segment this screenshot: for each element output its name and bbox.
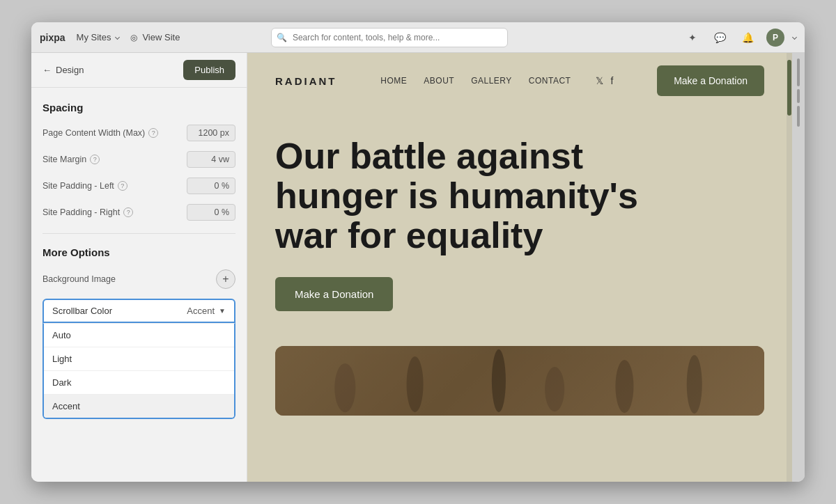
site-padding-left-label: Site Padding - Left ? [42, 181, 127, 191]
svg-point-1 [334, 363, 355, 411]
page-content-width-row: Page Content Width (Max) ? 1200 px [42, 125, 235, 141]
site-nav-social: 𝕏 f [596, 75, 613, 86]
site-padding-right-value[interactable]: 0 % [187, 204, 235, 221]
search-input[interactable] [271, 28, 508, 47]
my-sites-menu[interactable]: My Sites [77, 32, 120, 42]
svg-point-4 [545, 367, 564, 411]
background-image-label: Background Image [42, 274, 116, 284]
site-margin-label: Site Margin ? [42, 155, 100, 164]
facebook-icon[interactable]: f [610, 75, 613, 86]
hero-title: Our battle against hunger is humanity's … [275, 136, 693, 256]
scrollbar-color-current-value: Accent [187, 306, 215, 316]
my-sites-chevron-icon [115, 35, 120, 40]
bell-icon[interactable]: 🔔 [738, 28, 758, 47]
view-site-link[interactable]: ◎ View Site [130, 32, 180, 42]
top-bar-left: pixpa My Sites ◎ View Site [40, 32, 180, 43]
nav-contact[interactable]: CONTACT [529, 76, 571, 86]
svg-point-2 [407, 356, 424, 411]
site-padding-right-row: Site Padding - Right ? 0 % [42, 204, 235, 221]
site-nav-group: HOME ABOUT GALLERY CONTACT 𝕏 f [380, 75, 613, 86]
eye-icon: ◎ [130, 33, 137, 42]
publish-button[interactable]: Publish [183, 60, 235, 80]
scrollbar-color-dropdown-list: Auto Light Dark Accent [42, 323, 235, 419]
scrollbar-track [787, 53, 792, 482]
avatar-chevron-icon [792, 35, 797, 40]
page-content-width-value[interactable]: 1200 px [187, 125, 235, 141]
site-margin-value[interactable]: 4 vw [187, 151, 235, 168]
scrollbar-thumb[interactable] [787, 60, 791, 116]
panel-content: Spacing Page Content Width (Max) ? 1200 … [31, 88, 247, 482]
more-options-title: More Options [42, 246, 235, 258]
nav-about[interactable]: ABOUT [424, 76, 454, 86]
svg-point-3 [492, 349, 506, 411]
back-arrow-icon: ← [42, 65, 52, 75]
site-header: RADIANT HOME ABOUT GALLERY CONTACT 𝕏 f M… [247, 53, 792, 109]
image-strip-svg [275, 346, 764, 416]
brand-logo: pixpa [40, 32, 65, 43]
site-margin-row: Site Margin ? 4 vw [42, 151, 235, 168]
page-content-width-label: Page Content Width (Max) ? [42, 128, 158, 138]
site-padding-right-help-icon[interactable]: ? [123, 207, 133, 217]
site-margin-help-icon[interactable]: ? [90, 155, 100, 164]
section-divider [42, 233, 235, 234]
my-sites-label: My Sites [77, 32, 111, 42]
site-preview: RADIANT HOME ABOUT GALLERY CONTACT 𝕏 f M… [247, 53, 792, 482]
right-bar-segment-3 [797, 106, 800, 127]
site-padding-left-row: Site Padding - Left ? 0 % [42, 178, 235, 194]
view-site-label: View Site [142, 32, 180, 42]
site-padding-left-value[interactable]: 0 % [187, 178, 235, 194]
dropdown-trigger-right: Accent ▼ [187, 306, 226, 316]
back-label: Design [56, 65, 84, 75]
background-image-row: Background Image + [42, 269, 235, 289]
panel-header: ← Design Publish [31, 53, 247, 88]
top-bar: pixpa My Sites ◎ View Site 🔍 ✦ 💬 🔔 P [31, 22, 805, 53]
spacing-section-title: Spacing [42, 102, 235, 113]
page-content-width-help-icon[interactable]: ? [148, 128, 158, 138]
add-background-image-button[interactable]: + [216, 269, 235, 289]
avatar[interactable]: P [766, 29, 784, 47]
top-bar-right: ✦ 💬 🔔 P [683, 28, 796, 47]
site-padding-right-label: Site Padding - Right ? [42, 207, 133, 217]
svg-point-6 [687, 354, 702, 413]
svg-point-5 [615, 359, 633, 412]
brightness-icon[interactable]: ✦ [683, 28, 702, 47]
search-icon: 🔍 [277, 33, 287, 42]
scrollbar-dropdown-chevron-icon: ▼ [219, 307, 226, 315]
chat-icon[interactable]: 💬 [711, 28, 730, 47]
site-brand: RADIANT [275, 75, 337, 87]
scrollbar-color-dropdown[interactable]: Scrollbar Color Accent ▼ [42, 299, 235, 323]
twitter-icon[interactable]: 𝕏 [596, 75, 603, 86]
search-bar: 🔍 [271, 28, 508, 47]
site-nav: HOME ABOUT GALLERY CONTACT [380, 76, 571, 86]
browser-window: pixpa My Sites ◎ View Site 🔍 ✦ 💬 🔔 P [31, 22, 805, 482]
main-area: ← Design Publish Spacing Page Content Wi… [31, 53, 805, 482]
scrollbar-color-container: Scrollbar Color Accent ▼ Auto Light Dark [42, 299, 235, 419]
hero-donate-button[interactable]: Make a Donation [275, 277, 393, 311]
nav-home[interactable]: HOME [380, 76, 407, 86]
dropdown-option-light[interactable]: Light [44, 347, 234, 370]
site-padding-left-help-icon[interactable]: ? [118, 181, 127, 191]
nav-gallery[interactable]: GALLERY [471, 76, 512, 86]
right-bar-segment-2 [797, 89, 800, 103]
site-header-cta-button[interactable]: Make a Donation [657, 65, 764, 96]
dropdown-option-auto[interactable]: Auto [44, 324, 234, 347]
scrollbar-color-label: Scrollbar Color [52, 306, 112, 316]
site-hero: Our battle against hunger is humanity's … [247, 109, 792, 332]
site-image-strip [275, 346, 764, 416]
right-side-bar [792, 53, 805, 482]
right-bar-segment-1 [797, 58, 800, 86]
back-to-design[interactable]: ← Design [42, 65, 84, 75]
dropdown-option-dark[interactable]: Dark [44, 371, 234, 394]
dropdown-option-accent[interactable]: Accent [44, 395, 234, 418]
left-panel: ← Design Publish Spacing Page Content Wi… [31, 53, 247, 482]
